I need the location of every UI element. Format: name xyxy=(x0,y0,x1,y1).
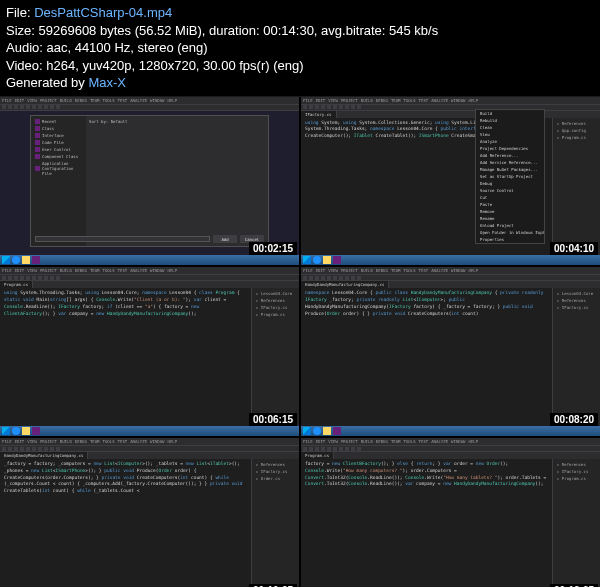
toolbar-button[interactable] xyxy=(26,105,30,109)
explorer-icon[interactable] xyxy=(22,256,30,264)
context-menu-item[interactable]: Clean xyxy=(476,124,544,131)
solution-explorer[interactable]: ▸ Lesson04.Core▸ References▸ IFactory.cs xyxy=(552,288,600,429)
menu-item[interactable]: HELP xyxy=(469,98,479,103)
add-new-item-dialog[interactable]: RecentClassInterfaceCode FileUser Contro… xyxy=(30,115,269,248)
solution-item[interactable]: ▸ References xyxy=(254,297,297,304)
menu-item[interactable]: WINDOW xyxy=(451,268,465,273)
toolbar-button[interactable] xyxy=(351,447,355,451)
sort-dropdown[interactable]: Sort by: Default xyxy=(89,119,265,124)
menu-item[interactable]: TEST xyxy=(419,98,429,103)
editor-tab[interactable]: HandyDandyManufacturingCompany.cs xyxy=(0,452,88,459)
visual-studio-icon[interactable] xyxy=(333,256,341,264)
toolbar-button[interactable] xyxy=(303,447,307,451)
menu-item[interactable]: ANALYZE xyxy=(130,98,147,103)
toolbar-button[interactable] xyxy=(26,276,30,280)
start-button[interactable] xyxy=(303,256,311,264)
toolbar-button[interactable] xyxy=(20,276,24,280)
menu-item[interactable]: DEBUG xyxy=(376,98,388,103)
menu-item[interactable]: TEAM xyxy=(90,268,100,273)
menu-item[interactable]: TOOLS xyxy=(404,439,416,444)
menu-item[interactable]: BUILD xyxy=(361,268,373,273)
menu-item[interactable]: HELP xyxy=(168,268,178,273)
menu-item[interactable]: TEST xyxy=(118,439,128,444)
menu-item[interactable]: ANALYZE xyxy=(431,98,448,103)
toolbar-button[interactable] xyxy=(357,447,361,451)
menu-item[interactable]: WINDOW xyxy=(150,98,164,103)
context-menu-item[interactable]: Project Dependencies xyxy=(476,145,544,152)
toolbar-button[interactable] xyxy=(8,447,12,451)
context-menu[interactable]: BuildRebuildCleanViewAnalyzeProject Depe… xyxy=(475,109,545,244)
explorer-icon[interactable] xyxy=(22,427,30,435)
menu-item[interactable]: ANALYZE xyxy=(431,439,448,444)
toolbar-button[interactable] xyxy=(309,447,313,451)
context-menu-item[interactable]: Unload Project xyxy=(476,222,544,229)
toolbar-button[interactable] xyxy=(38,447,42,451)
toolbar-button[interactable] xyxy=(56,276,60,280)
menu-item[interactable]: BUILD xyxy=(361,439,373,444)
ie-icon[interactable] xyxy=(313,427,321,435)
menu-item[interactable]: TOOLS xyxy=(103,268,115,273)
menu-item[interactable]: TOOLS xyxy=(404,98,416,103)
context-menu-item[interactable]: Paste xyxy=(476,201,544,208)
ie-icon[interactable] xyxy=(313,256,321,264)
menu-item[interactable]: EDIT xyxy=(316,268,326,273)
toolbar-button[interactable] xyxy=(345,447,349,451)
start-button[interactable] xyxy=(2,427,10,435)
dialog-template-item[interactable]: Class xyxy=(33,125,84,132)
context-menu-item[interactable]: Cut xyxy=(476,194,544,201)
toolbar-button[interactable] xyxy=(351,276,355,280)
menu-item[interactable]: EDIT xyxy=(316,439,326,444)
toolbar-button[interactable] xyxy=(345,105,349,109)
menu-item[interactable]: TEAM xyxy=(391,268,401,273)
menu-item[interactable]: TEST xyxy=(118,98,128,103)
toolbar-button[interactable] xyxy=(321,276,325,280)
menu-item[interactable]: TEST xyxy=(419,268,429,273)
toolbar-button[interactable] xyxy=(56,105,60,109)
visual-studio-icon[interactable] xyxy=(32,427,40,435)
toolbar-button[interactable] xyxy=(303,105,307,109)
menu-item[interactable]: DEBUG xyxy=(376,439,388,444)
menu-item[interactable]: BUILD xyxy=(60,439,72,444)
dialog-template-item[interactable]: Application Configuration File xyxy=(33,160,84,177)
menu-item[interactable]: FILE xyxy=(2,439,12,444)
start-button[interactable] xyxy=(303,427,311,435)
toolbar-button[interactable] xyxy=(56,447,60,451)
menu-item[interactable]: WINDOW xyxy=(150,439,164,444)
start-button[interactable] xyxy=(2,256,10,264)
menu-item[interactable]: EDIT xyxy=(316,98,326,103)
solution-item[interactable]: ▸ Order.cs xyxy=(254,475,297,482)
menu-item[interactable]: BUILD xyxy=(361,98,373,103)
toolbar-button[interactable] xyxy=(32,276,36,280)
menu-item[interactable]: EDIT xyxy=(15,98,25,103)
menu-item[interactable]: EDIT xyxy=(15,268,25,273)
toolbar-button[interactable] xyxy=(351,105,355,109)
toolbar-button[interactable] xyxy=(2,276,6,280)
solution-item[interactable]: ▸ References xyxy=(254,461,297,468)
solution-item[interactable]: ▸ Program.cs xyxy=(254,311,297,318)
context-menu-item[interactable]: Set as StartUp Project xyxy=(476,173,544,180)
menu-item[interactable]: TEAM xyxy=(90,439,100,444)
editor-tab[interactable]: IFactory.cs xyxy=(301,111,337,118)
toolbar-button[interactable] xyxy=(333,447,337,451)
toolbar-button[interactable] xyxy=(315,276,319,280)
menu-item[interactable]: PROJECT xyxy=(341,98,358,103)
add-button[interactable]: Add xyxy=(213,235,237,243)
toolbar-button[interactable] xyxy=(339,276,343,280)
visual-studio-icon[interactable] xyxy=(32,256,40,264)
toolbar-button[interactable] xyxy=(327,447,331,451)
menu-item[interactable]: BUILD xyxy=(60,268,72,273)
context-menu-item[interactable]: Debug xyxy=(476,180,544,187)
menu-item[interactable]: WINDOW xyxy=(150,268,164,273)
menu-item[interactable]: TOOLS xyxy=(404,268,416,273)
toolbar-button[interactable] xyxy=(339,447,343,451)
solution-explorer[interactable]: ▸ References▸ IFactory.cs▸ Order.cs xyxy=(251,459,299,587)
explorer-icon[interactable] xyxy=(323,256,331,264)
menu-item[interactable]: VIEW xyxy=(328,268,338,273)
context-menu-item[interactable]: Manage NuGet Packages... xyxy=(476,166,544,173)
toolbar-button[interactable] xyxy=(14,447,18,451)
menu-item[interactable]: ANALYZE xyxy=(130,268,147,273)
code-editor[interactable]: using System.Threading.Tasks; using Less… xyxy=(0,288,251,429)
context-menu-item[interactable]: Add Service Reference... xyxy=(476,159,544,166)
menu-item[interactable]: DEBUG xyxy=(75,439,87,444)
context-menu-item[interactable]: View xyxy=(476,131,544,138)
